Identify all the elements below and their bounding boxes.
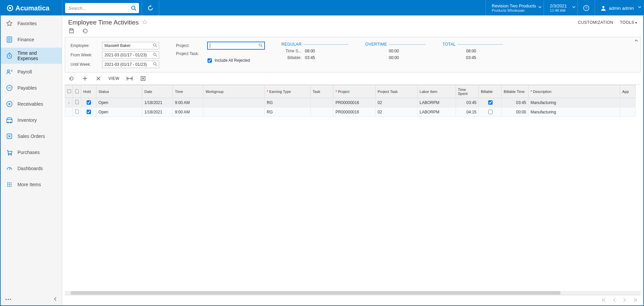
- grid-view-button[interactable]: VIEW: [108, 76, 120, 81]
- col-approver[interactable]: App: [620, 85, 636, 98]
- tools-menu[interactable]: TOOLS: [620, 20, 637, 25]
- col-project[interactable]: Project: [333, 85, 375, 98]
- overtime-section-title: OVERTIME: [365, 42, 387, 47]
- collapse-panel-icon[interactable]: [634, 39, 638, 44]
- col-description[interactable]: Description: [528, 85, 620, 98]
- pager-prev-icon[interactable]: [612, 298, 616, 303]
- chevron-down-icon: [638, 5, 641, 9]
- include-rejected-checkbox[interactable]: [208, 58, 212, 63]
- grid-horizontal-scrollbar[interactable]: [65, 291, 641, 295]
- sidebar-item-label: Sales Orders: [17, 134, 45, 139]
- global-search[interactable]: [65, 3, 139, 13]
- lookup-icon[interactable]: [153, 43, 157, 48]
- col-time[interactable]: Time: [173, 85, 203, 98]
- from-week-selector[interactable]: 2021-03 (01/17 - 01/23): [102, 51, 159, 59]
- col-billable[interactable]: Billable: [479, 85, 502, 98]
- save-button[interactable]: [68, 28, 75, 34]
- col-hold[interactable]: Hold: [81, 85, 96, 98]
- grid-add-button[interactable]: [82, 75, 88, 82]
- lookup-icon[interactable]: [153, 53, 157, 57]
- favorite-star-icon[interactable]: [142, 19, 147, 26]
- sidebar-item-label: Finance: [17, 37, 34, 42]
- col-task[interactable]: Task: [311, 85, 333, 98]
- row-hold-checkbox[interactable]: [81, 98, 96, 107]
- sidebar-item-payroll[interactable]: $ Payroll: [1, 64, 62, 80]
- row-billable-checkbox[interactable]: [479, 107, 502, 117]
- project-selector[interactable]: [208, 42, 265, 49]
- sidebar-item-payables[interactable]: Payables: [1, 80, 62, 96]
- table-row[interactable]: ›Open1/18/20219:00 AMRGPR0000001602LABOR…: [65, 98, 636, 107]
- user-menu[interactable]: admin admin: [595, 1, 643, 15]
- row-notes-icon[interactable]: [73, 107, 81, 117]
- until-week-selector[interactable]: 2021-03 (01/17 - 01/23): [102, 61, 159, 68]
- svg-point-32: [7, 186, 8, 187]
- employee-selector[interactable]: Maxwell Baker: [102, 42, 159, 49]
- col-time-spent[interactable]: Time Spent: [456, 85, 478, 98]
- sidebar-item-label: Time and Expenses: [17, 50, 56, 61]
- sidebar-item-label: Payroll: [17, 69, 32, 74]
- svg-point-29: [7, 184, 8, 185]
- col-earning-type[interactable]: Earning Type: [265, 85, 311, 98]
- col-workgroup[interactable]: Workgroup: [203, 85, 265, 98]
- collapse-sidebar-icon[interactable]: [54, 297, 57, 302]
- cancel-button[interactable]: [82, 28, 88, 34]
- row-billable-checkbox[interactable]: [479, 98, 502, 107]
- from-week-label: From Week:: [71, 53, 99, 57]
- top-bar: Acumatica Revision Two Products Products…: [1, 1, 643, 15]
- col-date[interactable]: Date: [142, 85, 173, 98]
- grid-pager: [62, 295, 643, 305]
- employee-value: Maxwell Baker: [104, 43, 131, 48]
- row-date: 1/18/2021: [142, 107, 173, 117]
- sidebar-item-label: Dashboards: [17, 166, 43, 171]
- sidebar-item-more[interactable]: More Items: [1, 176, 62, 193]
- col-labor-item[interactable]: Labor Item: [417, 85, 456, 98]
- brand-logo[interactable]: Acumatica: [1, 1, 62, 15]
- col-status[interactable]: Status: [96, 85, 142, 98]
- col-project-task[interactable]: Project Task: [375, 85, 417, 98]
- sidebar-item-receivables[interactable]: Receivables: [1, 96, 62, 112]
- search-input[interactable]: [68, 5, 131, 11]
- business-date[interactable]: 2/3/2021 11:48 AM: [544, 1, 578, 15]
- refresh-button[interactable]: [142, 1, 159, 15]
- grid-export-button[interactable]: [140, 75, 146, 82]
- row-pointer: ›: [65, 98, 73, 107]
- table-row[interactable]: Open1/18/20219:00 AMRGPR0000001602LABORP…: [65, 107, 636, 117]
- ellipsis-icon[interactable]: •••: [5, 297, 12, 302]
- sidebar-item-favorites[interactable]: Favorites: [1, 15, 62, 32]
- regular-time-spent: 08:00: [305, 49, 315, 53]
- sidebar-item-inventory[interactable]: Inventory: [1, 112, 62, 128]
- row-labor-item: LABORPM: [417, 98, 456, 107]
- pager-last-icon[interactable]: [633, 298, 637, 303]
- sidebar: Favorites Finance Time and Expenses $ Pa…: [1, 15, 62, 305]
- sidebar-item-purchases[interactable]: Purchases: [1, 144, 62, 160]
- pager-first-icon[interactable]: [602, 298, 606, 303]
- row-approver: [620, 98, 636, 107]
- total-billable: 03:45: [466, 55, 476, 60]
- sidebar-item-sales-orders[interactable]: Sales Orders: [1, 128, 62, 144]
- lookup-icon[interactable]: [259, 43, 263, 48]
- sidebar-item-time-expenses[interactable]: Time and Expenses: [1, 48, 62, 64]
- grid-refresh-button[interactable]: [68, 75, 75, 82]
- row-project-task: 02: [375, 98, 417, 107]
- col-notes[interactable]: [73, 85, 81, 98]
- sidebar-item-finance[interactable]: Finance: [1, 32, 62, 48]
- col-billable-time[interactable]: Billable Time: [502, 85, 528, 98]
- grid-delete-button[interactable]: [95, 75, 102, 82]
- grid-fit-columns-button[interactable]: [126, 75, 133, 82]
- lookup-icon[interactable]: [153, 62, 157, 66]
- row-hold-checkbox[interactable]: [81, 107, 96, 117]
- grid: Hold Status Date Time Workgroup Earning …: [65, 85, 641, 295]
- company-selector[interactable]: Revision Two Products Products Wholesale: [486, 1, 544, 15]
- col-attachments[interactable]: [65, 85, 73, 98]
- grid-toolbar: VIEW: [62, 72, 643, 85]
- help-button[interactable]: ?: [578, 1, 595, 15]
- row-billable-time: 00:00: [502, 107, 528, 117]
- svg-line-37: [156, 46, 157, 47]
- customization-link[interactable]: CUSTOMIZATION: [578, 20, 613, 25]
- pager-next-icon[interactable]: [623, 298, 627, 303]
- row-project-task: 02: [375, 107, 417, 117]
- sidebar-item-dashboards[interactable]: Dashboards: [1, 160, 62, 176]
- from-week-value: 2021-03 (01/17 - 01/23): [104, 53, 147, 57]
- total-section-title: TOTAL: [443, 42, 456, 47]
- row-notes-icon[interactable]: [73, 98, 81, 107]
